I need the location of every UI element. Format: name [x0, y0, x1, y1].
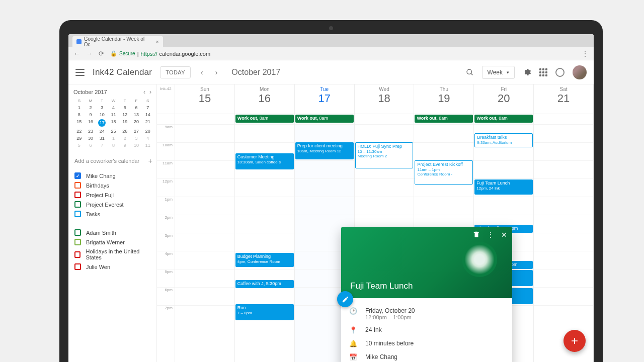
clock-icon: 🕑 — [349, 307, 357, 315]
svg-line-1 — [471, 73, 472, 75]
day-header[interactable]: Sat21 — [534, 84, 594, 114]
plus-icon[interactable]: + — [148, 157, 152, 165]
svg-point-0 — [467, 69, 471, 74]
allday-event[interactable]: Work out, 8am — [415, 115, 473, 123]
calendar-event[interactable]: Prep for client meeting10am, Meeting Roo… — [295, 142, 354, 159]
location-icon: 📍 — [349, 326, 357, 334]
popup-header: ⋮ ✕ Fuji Team Lunch — [341, 227, 512, 298]
gear-icon[interactable] — [523, 68, 531, 76]
calendar-checkbox[interactable] — [74, 192, 81, 198]
calendar-event[interactable]: Breakfast talks9:30am, Auditorium — [474, 133, 533, 147]
calendar-checkbox[interactable] — [74, 182, 81, 189]
day-header[interactable]: Fri20 — [474, 84, 534, 114]
calendar-checkbox[interactable] — [74, 263, 81, 270]
mini-calendar[interactable]: SMTWTFS123456789101112131415161718192021… — [73, 98, 153, 149]
allday-event[interactable]: Work out, 8am — [295, 115, 354, 123]
calendar-favicon — [76, 39, 82, 44]
today-button[interactable]: Today — [160, 66, 191, 78]
calendar-event[interactable]: Run7 – 8pm — [235, 304, 294, 320]
calendar-item[interactable]: Project Everest — [73, 200, 153, 209]
calendar-item[interactable]: Project Fuji — [73, 190, 153, 200]
calendar-item[interactable]: Holidays in the United States — [73, 247, 153, 262]
more-icon[interactable]: ⋮ — [487, 231, 494, 239]
calendar-event[interactable]: Coffee with J, 5:30pm — [235, 280, 294, 288]
date-range: October 2017 — [231, 68, 280, 77]
edit-event-button[interactable] — [337, 291, 353, 307]
calendar-item[interactable]: Mike Chang — [73, 171, 153, 180]
prev-period-icon[interactable]: ‹ — [199, 68, 205, 76]
forward-icon[interactable]: → — [86, 50, 93, 57]
calendar-event[interactable]: Project Everest Kickoff11am – 1pmConfere… — [415, 160, 473, 185]
browser-tabbar: Google Calendar - Week of Oc × — [68, 34, 594, 47]
close-icon[interactable]: ✕ — [501, 231, 507, 239]
url-field[interactable]: 🔒 Secure | https://calendar.google.com — [110, 50, 210, 57]
calendar-event[interactable]: Budget Planning4pm, Conference Room — [235, 253, 294, 267]
chevron-down-icon: ▾ — [507, 70, 509, 75]
calendar-event[interactable]: Fuji Team Lunch12pm, 24 Ink — [474, 179, 533, 195]
allday-event[interactable]: Work out, 8am — [235, 115, 294, 123]
sidebar: October 2017 ‹ › SMTWTFS1234567891011121… — [68, 84, 156, 362]
day-header[interactable]: Mon16 — [235, 84, 295, 114]
view-dropdown[interactable]: Week ▾ — [482, 66, 515, 79]
day-header[interactable]: Sun15 — [175, 84, 235, 114]
day-header[interactable]: Tue17 — [295, 84, 355, 114]
add-coworker-calendar[interactable]: Add a coworker's calendar + — [73, 155, 153, 167]
calendar-checkbox[interactable] — [74, 201, 81, 208]
create-event-button[interactable]: + — [564, 330, 586, 352]
reload-icon[interactable]: ⟳ — [99, 50, 104, 57]
calendar-item[interactable]: Adam Smith — [73, 228, 153, 237]
delete-icon[interactable] — [473, 231, 480, 239]
calendar-event[interactable]: Customer Meeting10:30am, Salon coffee s — [235, 153, 294, 169]
minical-prev-icon[interactable]: ‹ — [141, 88, 147, 96]
avatar[interactable] — [573, 65, 587, 79]
day-header[interactable]: Wed18 — [355, 84, 415, 114]
browser-menu-icon[interactable]: ⋮ — [582, 50, 589, 58]
address-bar: ← → ⟳ 🔒 Secure | https://calendar.google… — [68, 47, 594, 60]
apps-icon[interactable] — [539, 68, 547, 76]
calendar-checkbox[interactable] — [74, 239, 81, 245]
popup-reminder: 10 minutes before — [365, 340, 414, 347]
calendar-item[interactable]: Birthdays — [73, 180, 153, 190]
next-period-icon[interactable]: › — [213, 68, 220, 76]
day-header[interactable]: Thu19 — [414, 84, 474, 114]
calendar-checkbox[interactable] — [74, 211, 81, 217]
allday-event[interactable]: Work out, 8am — [474, 115, 533, 123]
calendar-item[interactable]: Julie Wen — [73, 262, 153, 272]
lock-icon: 🔒 — [110, 50, 117, 57]
app-bar: Ink42 Calendar Today ‹ › October 2017 We… — [68, 60, 594, 84]
calendar-checkbox[interactable] — [74, 251, 80, 258]
event-popup: ⋮ ✕ Fuji Team Lunch 🕑Friday, October 201… — [341, 227, 512, 362]
bell-icon: 🔔 — [349, 340, 357, 347]
hamburger-icon[interactable] — [75, 69, 85, 76]
app-logo: Ink42 Calendar — [93, 67, 152, 77]
popup-date: Friday, October 20 — [365, 307, 415, 314]
popup-location: 24 Ink — [365, 326, 382, 333]
calendar-checkbox[interactable] — [74, 229, 81, 236]
calendar-item[interactable]: Brigatta Werner — [73, 237, 153, 247]
calendar-item[interactable]: Tasks — [73, 209, 153, 219]
close-tab-icon[interactable]: × — [156, 39, 159, 45]
back-icon[interactable]: ← — [73, 50, 80, 57]
notifications-icon[interactable] — [555, 68, 565, 77]
popup-illustration — [462, 242, 497, 277]
popup-organizer: Mike Chang — [365, 353, 397, 360]
calendar-icon: 📅 — [349, 353, 357, 361]
browser-tab[interactable]: Google Calendar - Week of Oc × — [72, 36, 163, 47]
minical-month: October 2017 — [73, 89, 141, 95]
tab-title: Google Calendar - Week of Oc — [84, 36, 150, 47]
popup-title: Fuji Team Lunch — [350, 281, 413, 291]
popup-time: 12:00pm – 1:00pm — [365, 314, 415, 320]
minical-next-icon[interactable]: › — [147, 88, 153, 96]
calendar-checkbox[interactable] — [74, 172, 81, 179]
calendar-event[interactable]: HOLD: Fuji Sync Prep10 – 11:30amMeeting … — [355, 142, 414, 168]
search-icon[interactable] — [466, 68, 474, 76]
